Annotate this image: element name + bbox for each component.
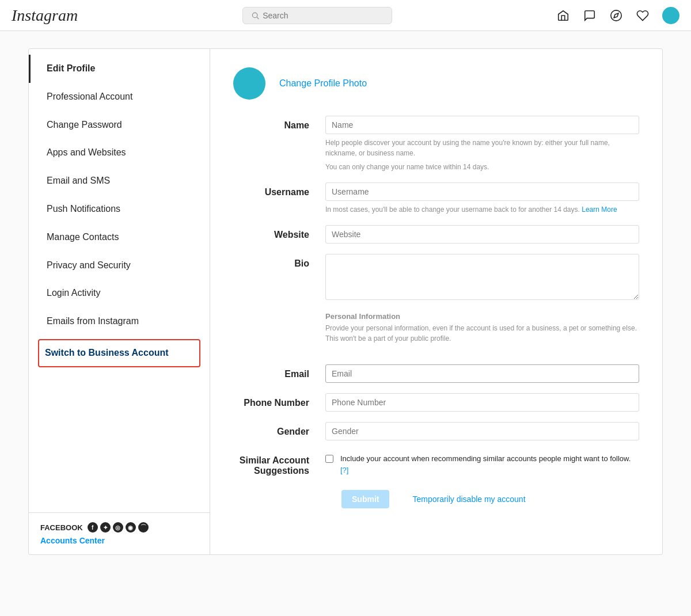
name-hint1: Help people discover your account by usi… xyxy=(325,138,639,158)
website-label: Website xyxy=(233,225,325,240)
header: Instagram xyxy=(0,0,691,31)
username-input[interactable] xyxy=(325,182,639,201)
suggestions-label: Similar Account Suggestions xyxy=(233,451,325,476)
gender-input[interactable] xyxy=(325,422,639,440)
sidebar-item-professional-account[interactable]: Professional Account xyxy=(29,83,210,111)
phone-label: Phone Number xyxy=(233,393,325,408)
username-row: Username In most cases, you'll be able t… xyxy=(233,182,639,215)
website-field-wrap xyxy=(325,225,639,244)
name-input[interactable] xyxy=(325,116,639,134)
sidebar-item-edit-profile[interactable]: Edit Profile xyxy=(29,55,210,83)
sidebar-item-manage-contacts[interactable]: Manage Contacts xyxy=(29,223,210,252)
accounts-center-link[interactable]: Accounts Center xyxy=(40,536,105,545)
compass-icon[interactable] xyxy=(609,9,623,22)
bio-input[interactable] xyxy=(325,254,639,300)
email-label: Email xyxy=(233,364,325,379)
change-profile-photo-link[interactable]: Change Profile Photo xyxy=(279,78,367,88)
sidebar-footer: FACEBOOK f ✦ ◎ ◉ ⌒ Accounts Center xyxy=(29,512,210,554)
learn-more-link[interactable]: Learn More xyxy=(582,206,617,214)
suggestions-text: Include your account when recommending s… xyxy=(340,453,639,476)
facebook-f-icon: f xyxy=(88,522,98,533)
svg-point-0 xyxy=(252,13,257,17)
oculus-icon: ⌒ xyxy=(138,522,149,533)
personal-info-section: Personal Information Provide your person… xyxy=(325,312,639,344)
header-icons xyxy=(556,7,679,24)
instagram-icon: ◎ xyxy=(113,522,123,533)
disable-account-link[interactable]: Temporarily disable my account xyxy=(412,495,525,504)
sidebar-item-emails-from-instagram[interactable]: Emails from Instagram xyxy=(29,307,210,336)
personal-info-heading: Personal Information xyxy=(325,312,639,321)
name-field-wrap: Help people discover your account by usi… xyxy=(325,116,639,172)
search-icon xyxy=(251,11,260,20)
website-input[interactable] xyxy=(325,225,639,244)
search-bar[interactable] xyxy=(242,7,392,24)
personal-info-description: Provide your personal information, even … xyxy=(325,323,639,344)
sidebar-item-switch-business[interactable]: Switch to Business Account xyxy=(38,339,200,367)
profile-avatar xyxy=(233,67,265,100)
email-field-wrap xyxy=(325,364,639,383)
phone-row: Phone Number xyxy=(233,393,639,412)
heart-icon[interactable] xyxy=(636,9,650,22)
gender-row: Gender xyxy=(233,422,639,440)
search-input[interactable] xyxy=(263,11,383,20)
sidebar-item-push-notifications[interactable]: Push Notifications xyxy=(29,195,210,223)
sidebar-item-privacy-and-security[interactable]: Privacy and Security xyxy=(29,252,210,280)
svg-point-2 xyxy=(611,10,621,20)
username-field-wrap: In most cases, you'll be able to change … xyxy=(325,182,639,215)
whatsapp-icon: ◉ xyxy=(126,522,136,533)
suggestions-field-wrap: Include your account when recommending s… xyxy=(325,451,639,476)
bio-label: Bio xyxy=(233,254,325,269)
gender-label: Gender xyxy=(233,422,325,437)
profile-username-wrap: Change Profile Photo xyxy=(279,78,367,89)
gender-field-wrap xyxy=(325,422,639,440)
instagram-logo: Instagram xyxy=(12,6,78,25)
personal-info-row: Personal Information Provide your person… xyxy=(233,312,639,354)
messenger-icon[interactable] xyxy=(583,9,597,22)
suggestions-content: Include your account when recommending s… xyxy=(325,453,639,476)
suggestions-checkbox[interactable] xyxy=(325,455,333,463)
username-label: Username xyxy=(233,182,325,197)
bio-row: Bio xyxy=(233,254,639,302)
avatar[interactable] xyxy=(662,7,679,24)
profile-photo-row: Change Profile Photo xyxy=(233,67,639,100)
facebook-label: FACEBOOK xyxy=(40,523,83,532)
facebook-messenger-icon: ✦ xyxy=(100,522,111,533)
submit-row: Submit Temporarily disable my account xyxy=(233,490,639,508)
svg-line-1 xyxy=(257,17,259,18)
phone-field-wrap xyxy=(325,393,639,412)
facebook-icons: f ✦ ◎ ◉ ⌒ xyxy=(88,522,149,533)
email-input[interactable] xyxy=(325,364,639,383)
edit-profile-content: Change Profile Photo Name Help people di… xyxy=(210,49,662,554)
facebook-row: FACEBOOK f ✦ ◎ ◉ ⌒ xyxy=(40,522,198,533)
svg-marker-3 xyxy=(614,13,618,18)
sidebar: Edit ProfileProfessional AccountChange P… xyxy=(29,49,210,554)
sidebar-nav: Edit ProfileProfessional AccountChange P… xyxy=(29,49,210,512)
name-hint2: You can only change your name twice with… xyxy=(325,162,639,172)
username-hint: In most cases, you'll be able to change … xyxy=(325,204,639,215)
main-container: Edit ProfileProfessional AccountChange P… xyxy=(28,48,663,555)
suggestions-row: Similar Account Suggestions Include your… xyxy=(233,451,639,476)
sidebar-item-login-activity[interactable]: Login Activity xyxy=(29,279,210,307)
home-icon[interactable] xyxy=(556,9,570,22)
name-row: Name Help people discover your account b… xyxy=(233,116,639,172)
sidebar-item-email-and-sms[interactable]: Email and SMS xyxy=(29,167,210,195)
submit-button[interactable]: Submit xyxy=(341,490,389,508)
sidebar-item-change-password[interactable]: Change Password xyxy=(29,111,210,139)
suggestions-help-link[interactable]: [?] xyxy=(340,466,348,474)
personal-info-spacer xyxy=(233,312,325,317)
name-label: Name xyxy=(233,116,325,131)
phone-input[interactable] xyxy=(325,393,639,412)
sidebar-item-apps-and-websites[interactable]: Apps and Websites xyxy=(29,139,210,167)
bio-field-wrap xyxy=(325,254,639,302)
website-row: Website xyxy=(233,225,639,244)
email-row: Email xyxy=(233,364,639,383)
